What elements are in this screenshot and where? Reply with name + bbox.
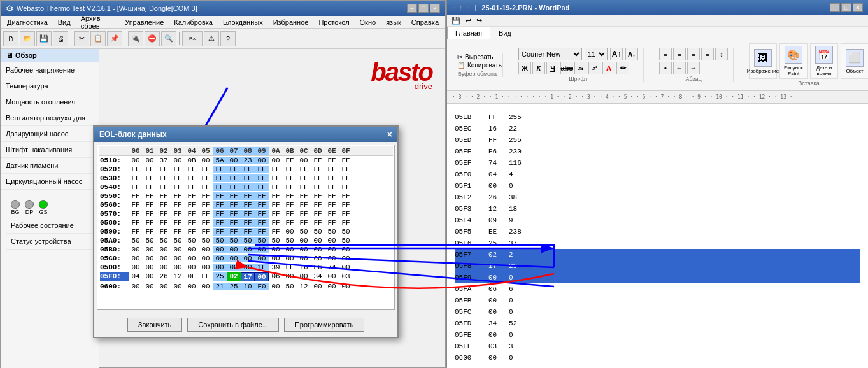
- hex-cell[interactable]: 00: [143, 246, 157, 253]
- hex-cell[interactable]: FF: [325, 166, 339, 173]
- hex-cell[interactable]: FF: [325, 219, 339, 227]
- hex-cell[interactable]: 00: [297, 246, 311, 253]
- tab-home[interactable]: Главная: [447, 27, 490, 39]
- hex-cell[interactable]: FF: [143, 219, 157, 227]
- hex-cell[interactable]: 74: [325, 264, 339, 271]
- hex-cell[interactable]: FF: [325, 157, 339, 164]
- hex-cell[interactable]: 00: [283, 246, 297, 253]
- hex-cell[interactable]: FF: [213, 192, 227, 200]
- hex-cell[interactable]: 00: [283, 228, 297, 236]
- hex-cell[interactable]: 50: [143, 237, 157, 244]
- hex-cell[interactable]: FF: [227, 192, 241, 200]
- hex-cell[interactable]: EE: [199, 272, 213, 281]
- hex-cell[interactable]: 00: [157, 264, 171, 271]
- hex-cell[interactable]: 00: [325, 272, 339, 281]
- toolbar-paste[interactable]: 📌: [107, 31, 122, 46]
- toolbar-new[interactable]: 🗋: [3, 31, 18, 46]
- hex-cell[interactable]: FF: [283, 192, 297, 200]
- hex-cell[interactable]: 0E: [185, 272, 199, 281]
- sidebar-item-pump[interactable]: Дозирующий насос: [1, 126, 99, 142]
- hex-cell[interactable]: 00: [171, 283, 185, 290]
- hex-cell[interactable]: FF: [255, 210, 269, 218]
- hex-cell[interactable]: FF: [325, 192, 339, 200]
- hex-cell[interactable]: 00: [269, 255, 283, 262]
- hex-cell[interactable]: 5A: [213, 157, 227, 164]
- hex-cell[interactable]: FF: [213, 183, 227, 191]
- finish-button[interactable]: Закончить: [127, 318, 183, 332]
- hex-cell[interactable]: FF: [171, 166, 185, 173]
- hex-cell[interactable]: FF: [297, 201, 311, 209]
- hex-cell[interactable]: 39: [269, 264, 283, 271]
- hex-cell[interactable]: 37: [157, 157, 171, 164]
- sidebar-item-device-status[interactable]: Статус устройства: [6, 234, 94, 250]
- hex-cell[interactable]: 50: [171, 237, 185, 244]
- hex-cell[interactable]: FF: [241, 210, 255, 218]
- hex-cell[interactable]: FF: [339, 210, 353, 218]
- sidebar-item-fan[interactable]: Вентилятор воздуха для: [1, 110, 99, 126]
- hex-cell[interactable]: FF: [143, 192, 157, 200]
- hex-cell[interactable]: 00: [143, 264, 157, 271]
- hex-cell[interactable]: FF: [283, 166, 297, 173]
- insert-paint-button[interactable]: 🎨 Рисунок Paint: [779, 43, 808, 79]
- hex-cell[interactable]: 50: [339, 237, 353, 244]
- hex-cell[interactable]: FF: [129, 174, 143, 182]
- hex-cell[interactable]: 00: [199, 283, 213, 290]
- hex-cell[interactable]: 00: [213, 255, 227, 262]
- font-size-select[interactable]: 11: [585, 48, 608, 60]
- hex-cell[interactable]: FF: [129, 201, 143, 209]
- hex-cell[interactable]: FF: [143, 228, 157, 236]
- hex-cell[interactable]: FF: [199, 228, 213, 236]
- toolbar-print[interactable]: 🖨: [53, 31, 68, 46]
- menu-protocol[interactable]: Протокол: [315, 18, 353, 27]
- hex-cell[interactable]: 00: [185, 255, 199, 262]
- hex-cell[interactable]: FF: [185, 210, 199, 218]
- hex-cell[interactable]: FF: [213, 219, 227, 227]
- hex-cell[interactable]: 00: [339, 264, 353, 271]
- sidebar-item-heating[interactable]: Мощность отопления: [1, 94, 99, 110]
- hex-cell[interactable]: FF: [157, 166, 171, 173]
- hex-cell[interactable]: FF: [255, 219, 269, 227]
- hex-cell[interactable]: FF: [227, 228, 241, 236]
- hex-cell[interactable]: FF: [311, 183, 325, 191]
- hex-cell[interactable]: FF: [129, 210, 143, 218]
- hex-cell[interactable]: 00: [157, 246, 171, 253]
- toolbar-save[interactable]: 💾: [36, 31, 52, 46]
- highlight-button[interactable]: ✏: [616, 62, 629, 74]
- hex-cell[interactable]: 00: [171, 264, 185, 271]
- hex-cell[interactable]: 00: [283, 255, 297, 262]
- cut-button[interactable]: ✂ Вырезать: [455, 53, 500, 61]
- insert-image-button[interactable]: 🖼 Изображение: [749, 43, 777, 79]
- hex-cell[interactable]: 00: [241, 255, 255, 262]
- hex-cell[interactable]: FF: [143, 166, 157, 173]
- hex-cell[interactable]: FF: [199, 174, 213, 182]
- bold-button[interactable]: Ж: [518, 62, 531, 74]
- hex-cell[interactable]: FF: [241, 228, 255, 236]
- hex-cell[interactable]: FF: [311, 166, 325, 173]
- hex-cell[interactable]: FF: [339, 174, 353, 182]
- hex-cell[interactable]: FF: [283, 174, 297, 182]
- hex-cell[interactable]: 00: [213, 264, 227, 271]
- hex-cell[interactable]: 1F: [255, 264, 269, 271]
- hex-cell[interactable]: FF: [227, 174, 241, 182]
- sidebar-item-voltage[interactable]: Рабочее напряжение: [1, 62, 99, 78]
- hex-cell[interactable]: FF: [227, 183, 241, 191]
- hex-cell[interactable]: FF: [171, 201, 185, 209]
- hex-cell[interactable]: FF: [297, 219, 311, 227]
- hex-cell[interactable]: 50: [185, 237, 199, 244]
- hex-cell[interactable]: 50: [199, 237, 213, 244]
- hex-cell[interactable]: 00: [199, 246, 213, 253]
- toolbar-connect[interactable]: 🔌: [128, 31, 143, 46]
- toolbar-warn[interactable]: ⚠: [204, 31, 219, 46]
- hex-cell[interactable]: FF: [129, 192, 143, 200]
- hex-cell[interactable]: 25: [227, 283, 241, 290]
- hex-cell[interactable]: 00: [199, 255, 213, 262]
- hex-cell[interactable]: FF: [171, 183, 185, 191]
- hex-cell[interactable]: 00: [339, 255, 353, 262]
- hex-cell[interactable]: 00: [185, 246, 199, 253]
- hex-cell[interactable]: 06: [269, 272, 283, 281]
- hex-cell[interactable]: FF: [255, 192, 269, 200]
- menu-calibration[interactable]: Калибровка: [170, 18, 217, 27]
- hex-cell[interactable]: 50: [325, 228, 339, 236]
- align-left-button[interactable]: ≡: [659, 48, 672, 60]
- sidebar-item-temperature[interactable]: Температура: [1, 78, 99, 94]
